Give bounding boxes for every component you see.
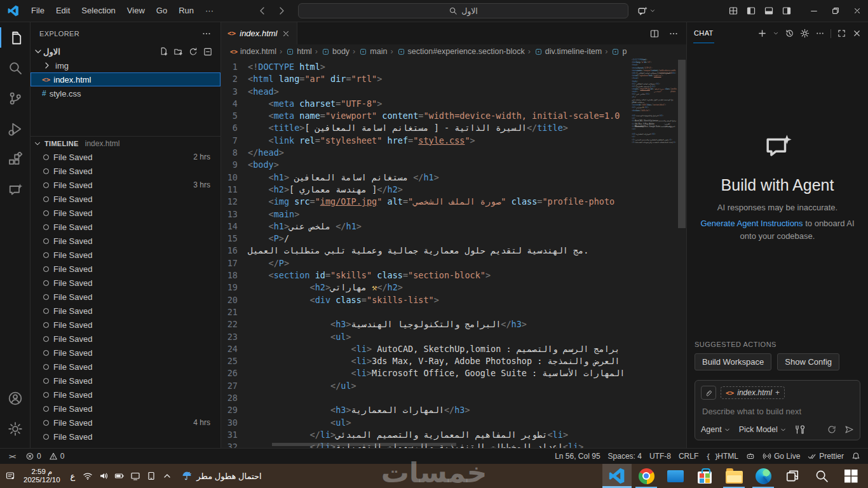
taskbar-app-chrome[interactable] [632, 464, 661, 488]
tablet-icon[interactable] [146, 471, 156, 481]
new-folder-icon[interactable] [173, 47, 184, 57]
timeline-entry[interactable]: File Saved [31, 248, 220, 262]
new-chat-icon[interactable] [757, 29, 767, 38]
code-line-9[interactable]: 9<body> [221, 159, 632, 171]
timeline-entry[interactable]: File Saved [31, 346, 220, 360]
menu-go[interactable]: Go [151, 3, 173, 18]
taskbar-app-start[interactable] [836, 464, 865, 488]
code-line-19[interactable]: 19 <h2>مهاراتي ⚒</h2> [221, 281, 632, 294]
code-line-8[interactable]: 8</head> [221, 147, 632, 159]
battery-icon[interactable] [114, 471, 125, 481]
status-double-check-icon[interactable]: Prettier [804, 449, 848, 463]
tab-index-html[interactable]: <> index.html [221, 22, 297, 44]
editor-more-icon[interactable] [668, 29, 679, 39]
language-indicator[interactable]: ع [69, 471, 78, 481]
status-remote-icon[interactable]: >< [5, 449, 22, 463]
activity-source-control-icon[interactable] [0, 83, 31, 114]
breadcrumb-item[interactable]: ›p [604, 47, 627, 56]
breadcrumb-item[interactable]: ›main [351, 47, 387, 56]
code-line-4[interactable]: 4 <meta charset="UTF-8"> [221, 98, 632, 110]
chat-input-box[interactable]: <> index.html + Describe what to build n… [695, 380, 860, 440]
menu-more[interactable]: ··· [200, 3, 219, 18]
breadcrumb-item[interactable]: ›body [314, 47, 349, 56]
menu-file[interactable]: File [25, 3, 50, 18]
code-line-30[interactable]: 30 <ul> [221, 417, 632, 429]
code-line-18[interactable]: 18 <section id="skills" class="section-b… [221, 269, 632, 281]
timeline-entry[interactable]: File Saved [31, 234, 220, 248]
toggle-sidebar-right-icon[interactable] [782, 6, 792, 16]
status-spaces-4[interactable]: Spaces: 4 [604, 449, 646, 463]
attach-context-button[interactable] [701, 386, 716, 400]
timeline-entry[interactable]: File Saved3 hrs [31, 178, 220, 192]
code-line-7[interactable]: 7 <link rel="stylesheet" href="style.css… [221, 135, 632, 147]
timeline-entry[interactable]: File Saved [31, 164, 220, 178]
taskbar-clock[interactable]: 2:59 م 2025/12/10 [21, 468, 63, 484]
status-broadcast-icon[interactable]: Go Live [759, 449, 804, 463]
file-style.css[interactable]: #style.css [31, 86, 220, 100]
code-line-16[interactable]: 16مج الهندسية لتقديم حلول معمارية جمالية… [221, 245, 632, 257]
customize-layout-icon[interactable] [728, 6, 738, 16]
command-center-search[interactable]: الاول [298, 3, 628, 18]
code-line-11[interactable]: 11 <h2>[ مهندسة معماري ]</h2> [221, 184, 632, 196]
activity-files-icon[interactable] [0, 22, 31, 53]
code-line-27[interactable]: 27 </ul> [221, 380, 632, 392]
chat-tab[interactable]: CHAT [693, 24, 714, 43]
minimap[interactable]: 1<!DOCTYPE html>2<html lang="ar" dir="rt… [632, 58, 677, 448]
timeline-entry[interactable]: File Saved [31, 304, 220, 318]
volume-icon[interactable] [98, 471, 109, 481]
timeline-entry[interactable]: File Saved4 hrs [31, 416, 220, 430]
minimize-button[interactable] [803, 0, 825, 22]
status-utf-8[interactable]: UTF-8 [646, 449, 675, 463]
show-config-button[interactable]: Show Config [777, 353, 839, 370]
chevron-down-icon[interactable] [773, 29, 779, 38]
code-line-23[interactable]: 23 <ul> [221, 331, 632, 343]
status-errors-icon[interactable]: 0 [22, 449, 45, 463]
code-line-3[interactable]: 3<head> [221, 86, 632, 98]
code-line-26[interactable]: 26 <li>Microsoft Office, Google Suite : … [221, 367, 632, 379]
menu-edit[interactable]: Edit [50, 3, 76, 18]
timeline-entry[interactable]: File Saved [31, 388, 220, 402]
taskbar-app-vscode[interactable] [602, 464, 632, 488]
code-line-21[interactable]: 21 [221, 306, 632, 318]
code-line-14[interactable]: 14 <h1>ملخص عني </h1> [221, 220, 632, 233]
code-line-13[interactable]: 13 <main> [221, 208, 632, 220]
back-arrow-icon[interactable] [257, 6, 268, 16]
code-line-1[interactable]: 1<!DOCTYPE html> [221, 61, 632, 73]
status-copilot-icon[interactable] [742, 449, 759, 463]
code-line-29[interactable]: 29 <h3>المهارات المعمارية</h3> [221, 404, 632, 416]
close-panel-icon[interactable] [852, 29, 862, 38]
new-file-icon[interactable] [159, 47, 169, 57]
code-line-15[interactable]: 15 <P>/ [221, 233, 632, 245]
refresh-icon[interactable] [188, 47, 198, 57]
close-button[interactable] [846, 0, 868, 22]
taskbar-app-store[interactable] [690, 464, 719, 488]
status-crlf[interactable]: CRLF [675, 449, 702, 463]
timeline-entry[interactable]: File Saved [31, 206, 220, 220]
folder-root-row[interactable]: الاول [31, 44, 220, 58]
code-line-12[interactable]: 12 <img src="img/OIP.jpg" alt="صورة المل… [632, 88, 677, 90]
hidden-icons-chevron[interactable] [162, 471, 172, 481]
context-chip-index-html[interactable]: <> index.html + [721, 386, 785, 399]
taskbar-app-task-view[interactable] [778, 464, 807, 488]
taskbar-app-edge[interactable] [749, 464, 778, 488]
code-line-10[interactable]: 10 <h1> مستغانم اسامة المعافين </h1> [221, 172, 632, 184]
weather-widget[interactable]: احتمال هطول مطر [182, 471, 261, 481]
code-line-28[interactable]: 28 [221, 392, 632, 404]
timeline-header[interactable]: TIMELINE index.html [31, 136, 220, 150]
voice-input-icon[interactable] [827, 424, 837, 435]
chat-more-icon[interactable] [815, 29, 825, 38]
horizontal-scrollbar[interactable] [272, 443, 456, 446]
timeline-entry[interactable]: File Saved [31, 276, 220, 290]
configure-tools-icon[interactable] [795, 424, 805, 435]
vertical-scrollbar[interactable] [677, 58, 686, 448]
menu-selection[interactable]: Selection [76, 3, 121, 18]
forward-arrow-icon[interactable] [276, 6, 287, 16]
history-icon[interactable] [785, 29, 794, 38]
settings-gear-icon[interactable] [800, 29, 810, 38]
taskbar-app-file-explorer[interactable] [719, 464, 749, 488]
timeline-entry[interactable]: File Saved [31, 262, 220, 276]
code-line-25[interactable]: 25 <li>3ds Max, V-Ray, Adobe Photoshop :… [221, 355, 632, 367]
taskbar-app-search-app[interactable] [807, 464, 836, 488]
maximize-panel-icon[interactable] [837, 29, 846, 38]
generate-instructions-link[interactable]: Generate Agent Instructions [700, 219, 803, 228]
